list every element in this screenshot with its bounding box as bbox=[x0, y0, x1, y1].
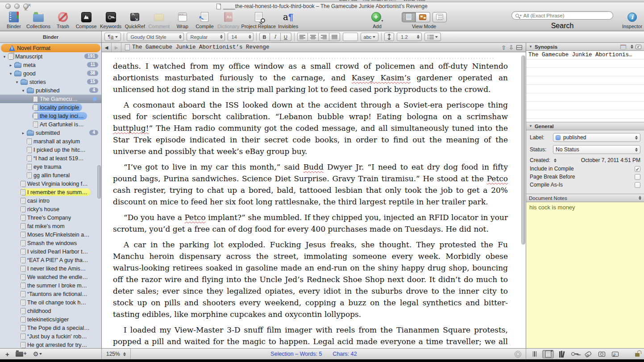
editor-document-title[interactable]: The Gamecube Junkie Abortionist’s Reveng… bbox=[125, 44, 501, 50]
compose-button[interactable]: Compose bbox=[78, 11, 95, 29]
split-editor-icon[interactable] bbox=[516, 45, 522, 50]
binder-scrollbar-thumb[interactable] bbox=[97, 165, 101, 199]
binder-item[interactable]: I visited Pearl Harbor t… bbox=[0, 247, 101, 256]
disclosure-open-icon[interactable]: ▾ bbox=[2, 54, 7, 59]
quickref-button[interactable]: QuickRef bbox=[127, 11, 143, 29]
general-header[interactable]: ▼ General bbox=[526, 122, 644, 130]
styles-dropdown[interactable]: ¶a bbox=[104, 33, 121, 41]
add-button[interactable]: +▾ Add bbox=[370, 11, 385, 29]
trash-button[interactable]: Trash bbox=[55, 11, 71, 29]
auto-generate-synopsis-icon[interactable] bbox=[636, 45, 641, 49]
binder-item[interactable]: ▾good38 bbox=[0, 69, 101, 78]
disclosure-open-icon[interactable]: ▾ bbox=[14, 80, 20, 84]
add-folder-button[interactable] bbox=[16, 352, 23, 357]
binder-item[interactable]: casi intro bbox=[0, 196, 101, 205]
metadata-tab-button[interactable] bbox=[582, 350, 594, 358]
align-justify-button[interactable] bbox=[329, 33, 340, 41]
view-mode-corkboard-segment[interactable] bbox=[416, 12, 430, 22]
keywords-tab-button[interactable] bbox=[569, 350, 581, 358]
include-in-compile-checkbox[interactable]: ✓ bbox=[635, 166, 640, 172]
page-break-before-checkbox[interactable] bbox=[635, 174, 640, 180]
next-document-icon[interactable]: ⇩ bbox=[509, 44, 514, 51]
notes-tab-button[interactable] bbox=[542, 350, 554, 358]
sidebar-lines-button[interactable] bbox=[529, 350, 540, 358]
italic-button[interactable]: I bbox=[270, 33, 281, 41]
inspector-button[interactable]: i Inspector bbox=[624, 11, 640, 29]
binder-item[interactable]: marshall at asylum bbox=[0, 137, 101, 146]
text-color-well[interactable] bbox=[343, 33, 358, 41]
add-document-button[interactable]: + bbox=[5, 350, 9, 358]
status-popup[interactable]: No Status bbox=[553, 145, 640, 154]
invisibles-button[interactable]: a¶ Invisibles bbox=[280, 11, 296, 29]
binder-item[interactable]: West Virginia looking f… bbox=[0, 179, 101, 188]
align-center-button[interactable] bbox=[308, 33, 319, 41]
binder-item[interactable]: fat mike's mom bbox=[0, 222, 101, 230]
binder-item[interactable]: “Tauntons are fictional… bbox=[0, 290, 101, 298]
keywords-button[interactable]: Keywords bbox=[102, 11, 119, 29]
binder-item[interactable]: telekinetics/giger bbox=[0, 315, 101, 324]
references-tab-button[interactable] bbox=[556, 350, 567, 358]
binder-item[interactable]: ▾Manuscript191 bbox=[0, 52, 101, 61]
highlight-dropdown[interactable]: abc bbox=[361, 33, 379, 41]
disclosure-open-icon[interactable]: ▾ bbox=[21, 88, 26, 93]
synopsis-header[interactable]: ▼ Synopsis bbox=[526, 43, 644, 51]
underline-button[interactable]: U bbox=[281, 33, 291, 41]
align-right-button[interactable] bbox=[319, 33, 329, 41]
binder-item[interactable]: ▾stories15 bbox=[0, 78, 101, 86]
binder-item[interactable]: gg allin funeral bbox=[0, 171, 101, 179]
previous-document-icon[interactable]: ⇧ bbox=[501, 44, 506, 51]
align-left-button[interactable] bbox=[297, 33, 308, 41]
binder-item[interactable]: Smash the windows bbox=[0, 239, 101, 247]
search-field[interactable]: ▾ bbox=[511, 11, 613, 20]
line-spacing-select[interactable]: 1.2 bbox=[397, 33, 422, 41]
binder-item[interactable]: He got arrested for try… bbox=[0, 341, 101, 348]
action-menu-button[interactable]: ⚙ bbox=[33, 350, 42, 358]
synopsis-card[interactable]: The Gamecube Junkie Abortionis… bbox=[526, 51, 644, 122]
binder-item[interactable]: ▸meta11 bbox=[0, 61, 101, 69]
project-replace-button[interactable]: Project Replace bbox=[245, 11, 273, 29]
editor-scrollbar-thumb[interactable] bbox=[521, 55, 525, 245]
binder-toolbar-button[interactable]: Binder bbox=[6, 11, 21, 29]
collections-button[interactable]: Collections bbox=[29, 11, 48, 29]
binder-item[interactable]: the summer I broke m… bbox=[0, 281, 101, 290]
label-popup[interactable]: published bbox=[553, 133, 640, 142]
binder-item[interactable]: ▾published4 bbox=[0, 86, 101, 95]
binder-item[interactable]: Art Garfunkel is… bbox=[0, 120, 101, 129]
view-mode-outline-segment[interactable] bbox=[432, 12, 447, 22]
bold-button[interactable]: B bbox=[259, 33, 270, 41]
binder-item[interactable]: eye trauma bbox=[0, 162, 101, 171]
binder-item[interactable]: childhood bbox=[0, 307, 101, 315]
progress-target-icon[interactable] bbox=[515, 351, 521, 358]
binder-item[interactable]: The Pope did a special… bbox=[0, 324, 101, 332]
back-button[interactable]: ◀ bbox=[102, 43, 112, 52]
list-dropdown[interactable] bbox=[424, 33, 441, 41]
forward-button[interactable]: ▶ bbox=[112, 43, 121, 52]
binder-item[interactable]: ▸submitted4 bbox=[0, 129, 101, 137]
window-resize-icon[interactable] bbox=[24, 4, 30, 10]
synopsis-disclosure-icon[interactable]: ▼ bbox=[529, 45, 532, 49]
font-family-select[interactable]: Goudy Old Style bbox=[127, 33, 184, 41]
wrap-button[interactable]: Wrap bbox=[175, 11, 190, 29]
font-variant-select[interactable]: Regular bbox=[187, 33, 225, 41]
binder-item[interactable]: Moses McFinkelstein a… bbox=[0, 230, 101, 239]
titlebar[interactable]: ____the-real-honest-to-fuck-third-book –… bbox=[0, 2, 644, 10]
binder-item[interactable]: I picked up the hitc… bbox=[0, 146, 101, 154]
binder-item[interactable]: We watched the endle… bbox=[0, 273, 101, 281]
binder-item[interactable]: “I had at least 519… bbox=[0, 154, 101, 162]
snapshots-tab-button[interactable] bbox=[596, 350, 607, 358]
binder-item[interactable]: The oil change took h… bbox=[0, 298, 101, 307]
compile-button[interactable]: ↖ Compile bbox=[197, 11, 212, 29]
binder-item[interactable]: The Gamecu… bbox=[0, 95, 101, 103]
binder-item[interactable]: I remember the summ… bbox=[0, 188, 101, 196]
binder-item[interactable]: the log lady inci… bbox=[0, 112, 101, 120]
compile-as-is-checkbox[interactable] bbox=[635, 182, 640, 188]
search-scope-caret-icon[interactable]: ▾ bbox=[520, 14, 522, 17]
binder-item[interactable]: locality principle bbox=[0, 103, 101, 112]
index-card-icon[interactable] bbox=[620, 45, 626, 49]
synopsis-stepper[interactable] bbox=[631, 45, 633, 49]
document-notes-header[interactable]: Document Notes bbox=[526, 194, 644, 202]
binder-item[interactable]: Three's Company bbox=[0, 213, 101, 222]
disclosure-open-icon[interactable]: ▾ bbox=[8, 71, 13, 76]
binder-item[interactable]: ricky's house bbox=[0, 205, 101, 213]
document-notes-area[interactable]: his cock is money bbox=[526, 202, 644, 348]
